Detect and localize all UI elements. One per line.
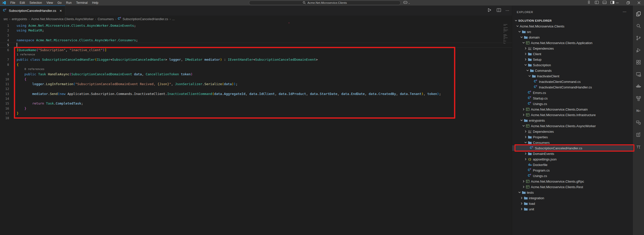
menu-selection[interactable]: Selection <box>27 0 44 6</box>
breadcrumb-item[interactable]: ... <box>172 17 175 21</box>
tree-item-commands[interactable]: Commands <box>512 68 633 73</box>
line-number[interactable]: 18 <box>0 116 9 120</box>
breadcrumb-item[interactable]: Acme.Net.Microservice.Clients.AsyncWorke… <box>31 17 94 21</box>
codelens-references[interactable]: 0 references <box>24 67 44 72</box>
line-number[interactable]: 9 <box>0 72 9 77</box>
line-number[interactable]: 3 <box>0 33 9 38</box>
tree-item-integration[interactable]: integration <box>512 195 633 201</box>
tree-item-load[interactable]: load <box>512 201 633 206</box>
breadcrumb-item[interactable]: entrypoints <box>12 17 27 21</box>
line-number[interactable]: 17 <box>0 111 9 116</box>
tree-item-inactivateclientcommandhandler-cs[interactable]: C#InactivateClientCommandHandler.cs <box>512 84 633 90</box>
tree-item-acme-net-microservice-clients[interactable]: Acme.Net.Microservice.Clients <box>512 23 633 29</box>
more-actions-icon[interactable]: ⋯ <box>623 10 626 14</box>
tree-item-usings-cs[interactable]: C#Usings.cs <box>512 173 633 179</box>
line-number[interactable]: 14 <box>0 96 9 101</box>
line-number[interactable]: 5 <box>0 43 9 47</box>
breadcrumb-item[interactable]: src <box>4 17 8 21</box>
tree-item-dockerfile[interactable]: Dockerfile <box>512 162 633 167</box>
tree-item-client[interactable]: Client <box>512 51 633 57</box>
tree-item-acme-net-microservice-clients-asyncworker[interactable]: Acme.Net.Microservice.Clients.AsyncWorke… <box>512 123 633 129</box>
tree-item-domainevents[interactable]: DomainEvents <box>512 151 633 156</box>
line-number[interactable]: 7 <box>0 57 9 62</box>
tree-item-acme-net-microservice-clients-rest[interactable]: Acme.Net.Microservice.Clients.Rest <box>512 184 633 190</box>
tree-item-startup-cs[interactable]: C#Startup.cs <box>512 95 633 101</box>
line-number[interactable]: 16 <box>0 106 9 111</box>
customize-layout-icon[interactable] <box>587 0 591 5</box>
breadcrumb-item[interactable]: C#SubscriptionCanceledHandler.cs <box>118 17 168 21</box>
remote-explorer-icon[interactable] <box>633 68 644 80</box>
toggle-panel-icon[interactable] <box>602 1 607 5</box>
search-input[interactable]: Acme.Net.Microservice.Clients <box>249 1 401 5</box>
tree-item-dependencies[interactable]: Dependencies <box>512 46 633 51</box>
menu-view[interactable]: View <box>44 0 55 6</box>
tree-item-tests[interactable]: tests <box>512 190 633 195</box>
menu-edit[interactable]: Edit <box>17 0 27 6</box>
split-editor-icon[interactable] <box>496 8 501 14</box>
menu-file[interactable]: File <box>8 0 17 6</box>
tree-item-consumers[interactable]: Consumers <box>512 140 633 145</box>
code-editor[interactable]: 1using Acme.Net.Microservice.Clients.Asy… <box>0 23 512 235</box>
tree-item-domain[interactable]: domain <box>512 35 633 40</box>
tree-item-errors-cs[interactable]: C#Errors.cs <box>512 90 633 95</box>
tab-subscriptioncanceledhandler[interactable]: C# SubscriptionCanceledHandler.cs ✕ <box>0 6 65 16</box>
tex-icon[interactable] <box>633 141 644 153</box>
minimap[interactable] <box>502 24 512 75</box>
toggle-primary-sidebar-icon[interactable] <box>595 1 599 5</box>
tree-item-usings-cs[interactable]: C#Usings.cs <box>512 101 633 107</box>
line-number[interactable]: 10 <box>0 77 9 82</box>
menu-run[interactable]: Run <box>64 0 74 6</box>
run-icon[interactable] <box>487 7 492 14</box>
tree-item-appsettings-json[interactable]: {}appsettings.json <box>512 156 633 162</box>
line-number[interactable]: 11 <box>0 82 9 86</box>
docker-icon[interactable] <box>633 80 644 92</box>
tree-item-label: src <box>527 30 531 34</box>
search-icon[interactable] <box>633 20 644 32</box>
tree-item-subscription[interactable]: Subscription <box>512 62 633 68</box>
line-number[interactable]: 6 <box>0 48 9 52</box>
tree-item-inactivateclient[interactable]: InactivateClient <box>512 73 633 79</box>
explorer-icon[interactable] <box>633 8 644 20</box>
tree-item-properties[interactable]: Properties <box>512 134 633 140</box>
tree-item-program-cs[interactable]: C#Program.cs <box>512 167 633 173</box>
testing-icon[interactable] <box>633 129 644 141</box>
line-number[interactable]: 4 <box>0 38 9 43</box>
tree-item-unit[interactable]: unit <box>512 206 633 212</box>
line-number[interactable]: 2 <box>0 28 9 33</box>
menu-help[interactable]: Help <box>90 0 101 6</box>
source-control-icon[interactable] <box>633 32 644 44</box>
run-debug-icon[interactable] <box>633 44 644 56</box>
containers-icon[interactable] <box>633 92 644 105</box>
codelens-references[interactable]: 1 reference <box>17 52 35 57</box>
line-number[interactable]: 12 <box>0 86 9 91</box>
line-number[interactable]: 15 <box>0 101 9 106</box>
close-icon[interactable]: ✕ <box>59 9 62 13</box>
chevron-right-icon <box>519 207 524 211</box>
extensions-icon[interactable] <box>633 56 644 68</box>
more-actions-icon[interactable]: ⋯ <box>505 8 509 13</box>
csharp-file-icon: C# <box>534 85 539 89</box>
comments-icon[interactable] <box>633 117 644 129</box>
nuget-icon[interactable]: N» <box>633 105 644 117</box>
copilot-menu[interactable]: ⌄ <box>403 1 410 5</box>
tree-item-src[interactable]: src <box>512 29 633 35</box>
breadcrumb-item[interactable]: Consumers <box>98 17 114 21</box>
line-number[interactable]: 1 <box>0 23 9 28</box>
section-solution-explorer[interactable]: SOLUTION EXPLORER <box>512 18 633 23</box>
tree-item-setup[interactable]: Setup <box>512 57 633 62</box>
close-icon[interactable] <box>633 0 644 6</box>
tree-item-acme-net-microservice-clients-infrastructure[interactable]: Acme.Net.Microservice.Clients.Infrastruc… <box>512 112 633 118</box>
tree-item-dependencies[interactable]: Dependencies <box>512 129 633 134</box>
tree-item-subscriptioncanceledhandler-cs[interactable]: C#SubscriptionCanceledHandler.cs <box>512 145 633 151</box>
tree-item-acme-net-microservice-clients-application[interactable]: Acme.Net.Microservice.Clients.Applicatio… <box>512 40 633 46</box>
tree-item-entrypoints[interactable]: entrypoints <box>512 118 633 123</box>
tree-item-acme-net-microservice-clients-domain[interactable]: Acme.Net.Microservice.Clients.Domain <box>512 107 633 112</box>
tree-item-acme-net-microservice-clients-grpc[interactable]: Acme.Net.Microservice.Clients.gRpc <box>512 179 633 184</box>
tree-item-inactivateclientcommand-cs[interactable]: C#InactivateClientCommand.cs <box>512 79 633 84</box>
line-number[interactable]: 13 <box>0 91 9 96</box>
menu-terminal[interactable]: Terminal <box>74 0 90 6</box>
minimize-icon[interactable] <box>612 0 623 6</box>
restore-icon[interactable] <box>623 0 633 6</box>
menu-go[interactable]: Go <box>55 0 64 6</box>
line-number[interactable]: 8 <box>0 62 9 67</box>
